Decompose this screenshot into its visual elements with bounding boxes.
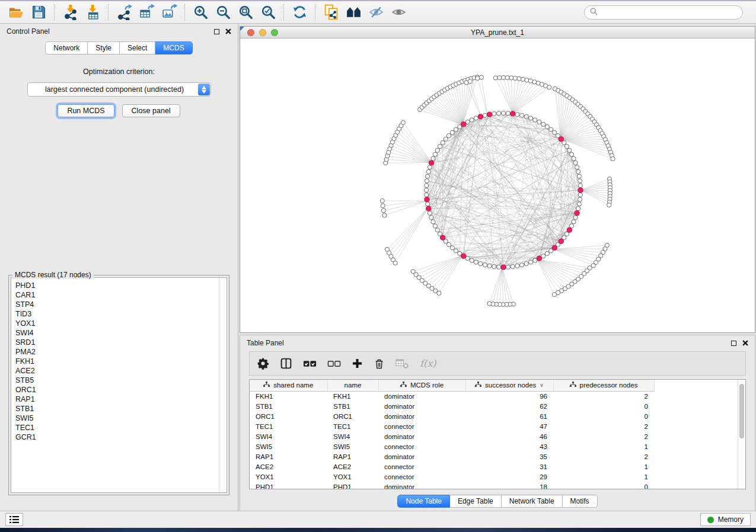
zoom-selected-icon[interactable] xyxy=(257,4,279,21)
zoom-fit-icon[interactable] xyxy=(234,4,257,21)
graph-node[interactable] xyxy=(572,156,576,161)
graph-node[interactable] xyxy=(591,264,595,268)
graph-node[interactable] xyxy=(446,133,451,137)
graph-node[interactable] xyxy=(573,161,578,165)
select-all-icon[interactable] xyxy=(303,358,317,369)
graph-node-dominator[interactable] xyxy=(552,245,557,250)
graph-node[interactable] xyxy=(520,113,524,117)
mcds-result-item[interactable]: STB1 xyxy=(15,404,215,414)
graph-node[interactable] xyxy=(487,264,492,268)
mcds-result-item[interactable]: CAR1 xyxy=(15,290,215,300)
show-all-eye-icon[interactable] xyxy=(387,4,410,21)
mcds-list-scrollbar[interactable] xyxy=(219,278,227,492)
graph-node[interactable] xyxy=(435,228,439,232)
graph-node-dominator[interactable] xyxy=(559,239,563,243)
show-columns-icon[interactable] xyxy=(280,357,292,370)
tab-network[interactable]: Network xyxy=(45,41,88,55)
graph-node[interactable] xyxy=(438,145,442,149)
graph-node[interactable] xyxy=(429,215,433,219)
graph-node[interactable] xyxy=(497,76,502,80)
graph-node-dominator[interactable] xyxy=(461,254,466,258)
refresh-view-icon[interactable] xyxy=(288,4,311,21)
column-header-shared-name[interactable]: shared name xyxy=(250,380,327,391)
graph-node[interactable] xyxy=(578,179,582,183)
graph-node[interactable] xyxy=(431,156,435,161)
graph-node[interactable] xyxy=(533,118,537,122)
graph-node[interactable] xyxy=(577,174,581,178)
graph-node[interactable] xyxy=(549,127,553,132)
graph-node[interactable] xyxy=(468,79,472,84)
graph-node[interactable] xyxy=(573,215,578,219)
column-header-name[interactable]: name xyxy=(327,380,378,391)
graph-node[interactable] xyxy=(433,224,437,228)
add-row-icon[interactable] xyxy=(352,358,363,369)
graph-node[interactable] xyxy=(497,111,501,116)
graph-node[interactable] xyxy=(524,114,528,118)
graph-node[interactable] xyxy=(493,76,497,80)
graph-node[interactable] xyxy=(470,118,474,122)
graph-node-dominator[interactable] xyxy=(487,112,492,117)
graph-node-dominator[interactable] xyxy=(559,137,563,142)
graph-node[interactable] xyxy=(564,145,569,149)
mcds-result-item[interactable]: ACE2 xyxy=(15,366,215,376)
network-view-canvas[interactable] xyxy=(240,39,755,332)
column-header-successor-nodes[interactable]: successor nodes∨ xyxy=(465,380,553,391)
graph-node[interactable] xyxy=(433,152,437,156)
column-header-MCDS-role[interactable]: MCDS role xyxy=(378,380,465,391)
mcds-result-item[interactable]: SWI4 xyxy=(15,328,215,338)
tab-network-table[interactable]: Network Table xyxy=(502,495,563,508)
deselect-all-icon[interactable] xyxy=(327,358,341,369)
graph-node[interactable] xyxy=(492,264,496,268)
graph-node[interactable] xyxy=(425,184,429,188)
table-row[interactable]: STB1STB1dominator620 xyxy=(250,401,738,411)
graph-node[interactable] xyxy=(576,207,580,211)
graph-node-dominator[interactable] xyxy=(501,265,506,270)
graph-node[interactable] xyxy=(450,130,454,134)
table-row[interactable]: FKH1FKH1dominator962 xyxy=(250,391,738,401)
optimization-criterion-select[interactable]: largest connected component (undirected) xyxy=(27,82,211,97)
graph-node[interactable] xyxy=(381,209,385,213)
graph-node[interactable] xyxy=(428,211,432,215)
task-history-button[interactable] xyxy=(5,513,23,526)
graph-node-dominator[interactable] xyxy=(575,211,579,216)
search-field[interactable] xyxy=(584,5,743,20)
graph-node[interactable] xyxy=(401,120,405,124)
graph-node[interactable] xyxy=(578,197,582,201)
graph-node[interactable] xyxy=(435,148,439,152)
graph-node[interactable] xyxy=(578,184,582,188)
graph-node-dominator[interactable] xyxy=(425,197,429,202)
minimize-window-icon[interactable] xyxy=(259,29,266,36)
graph-node[interactable] xyxy=(474,260,478,264)
close-window-icon[interactable] xyxy=(247,29,254,36)
graph-node[interactable] xyxy=(578,193,582,197)
graph-node[interactable] xyxy=(428,165,432,169)
column-header-predecessor-nodes[interactable]: predecessor nodes xyxy=(553,380,654,391)
graph-node[interactable] xyxy=(424,188,428,192)
mcds-result-item[interactable]: FKH1 xyxy=(15,357,215,366)
graph-node[interactable] xyxy=(528,260,532,264)
maximize-window-icon[interactable] xyxy=(271,29,278,36)
graph-node[interactable] xyxy=(511,264,515,268)
zoom-in-icon[interactable] xyxy=(189,4,212,21)
graph-node-dominator[interactable] xyxy=(478,114,483,119)
mcds-result-item[interactable]: ORC1 xyxy=(15,385,215,395)
graph-node[interactable] xyxy=(547,85,551,89)
graph-node[interactable] xyxy=(382,213,387,217)
hide-selected-eye-slash-icon[interactable] xyxy=(365,4,387,21)
graph-node[interactable] xyxy=(426,169,430,174)
search-input[interactable] xyxy=(601,8,737,17)
graph-node-dominator[interactable] xyxy=(537,256,541,261)
memory-button[interactable]: Memory xyxy=(700,513,751,526)
table-row[interactable]: RAP1RAP1dominator352 xyxy=(250,451,738,462)
graph-node[interactable] xyxy=(497,265,501,269)
graph-node[interactable] xyxy=(441,140,445,145)
graph-node[interactable] xyxy=(533,258,537,262)
graph-node[interactable] xyxy=(576,169,580,174)
tab-motifs[interactable]: Motifs xyxy=(563,495,598,508)
network-window-titlebar[interactable]: YPA_prune.txt_1 xyxy=(240,27,755,39)
mcds-result-item[interactable]: TEC1 xyxy=(15,423,215,432)
graph-node[interactable] xyxy=(570,152,574,156)
import-table-icon[interactable] xyxy=(81,4,104,21)
mcds-result-item[interactable]: PHD1 xyxy=(15,281,215,290)
mcds-result-item[interactable]: YOX1 xyxy=(15,319,215,328)
